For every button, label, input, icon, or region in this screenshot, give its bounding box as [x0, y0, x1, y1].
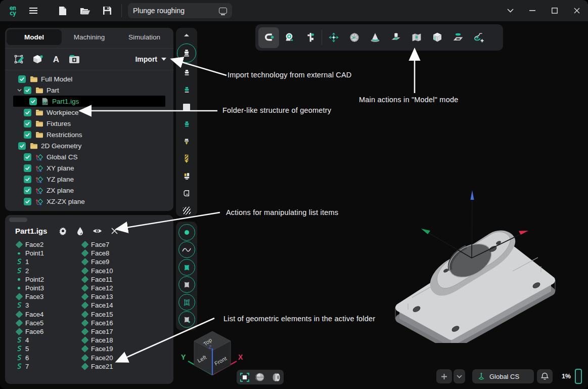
geometry-list-item[interactable]: Face5 — [15, 319, 78, 327]
add-folder-icon[interactable] — [67, 53, 82, 66]
geometry-list-item[interactable]: Point2 — [15, 275, 78, 284]
geometry-list-item[interactable]: Face13 — [81, 292, 167, 301]
geometry-list-item[interactable]: Face16 — [81, 319, 167, 327]
surface-copy-icon[interactable] — [178, 276, 195, 293]
checkbox[interactable] — [24, 87, 31, 94]
countersink-tool-icon[interactable] — [176, 133, 197, 150]
geometry-list-item[interactable]: 2 — [15, 267, 78, 275]
measure-tape-icon[interactable] — [279, 27, 300, 48]
add-text-icon[interactable]: A — [49, 53, 64, 66]
maximize-button[interactable] — [544, 0, 566, 21]
tool-holder-teal-icon[interactable] — [176, 81, 197, 99]
checkbox[interactable] — [24, 131, 31, 139]
tool-display-icon[interactable] — [270, 372, 282, 383]
checkbox[interactable] — [18, 75, 26, 83]
geometry-list-item[interactable]: 1 — [15, 257, 78, 266]
minimize-button[interactable] — [521, 0, 544, 21]
collapse-chevron-icon[interactable] — [499, 0, 521, 21]
geometry-list-item[interactable]: Face11 — [81, 275, 167, 284]
color-droplet-icon[interactable] — [74, 225, 85, 236]
tree-row[interactable]: Part — [13, 84, 165, 96]
blank-square-icon[interactable] — [176, 99, 197, 116]
geometry-list-item[interactable]: Face6 — [15, 327, 78, 336]
unfold-map-icon[interactable] — [406, 27, 427, 48]
tree-row[interactable]: Full Model — [13, 73, 165, 84]
tree-row[interactable]: YZ plane — [13, 174, 165, 185]
extrude-body-icon[interactable] — [385, 27, 406, 48]
notifications-bell-button[interactable] — [537, 369, 553, 383]
scroll-up-icon[interactable] — [176, 28, 197, 42]
tree-row[interactable]: Global CS — [13, 151, 165, 162]
operation-name-field[interactable]: Plunge roughing — [128, 3, 232, 18]
checkbox[interactable] — [24, 120, 31, 127]
part-3d-model[interactable] — [384, 186, 576, 343]
tab-simulation[interactable]: Simulation — [117, 29, 172, 45]
open-file-icon[interactable] — [76, 3, 94, 19]
geometry-list-item[interactable]: 6 — [15, 353, 78, 362]
import-dropdown[interactable]: Import — [135, 55, 166, 63]
app-logo-icon[interactable]: ency — [5, 4, 20, 18]
tab-machining[interactable]: Machining — [62, 29, 117, 45]
caliper-icon[interactable] — [300, 27, 321, 48]
add-solid-icon[interactable] — [30, 53, 46, 66]
geometry-list-item[interactable]: Face19 — [81, 344, 167, 353]
machine-tool-active-icon[interactable] — [176, 42, 197, 64]
create-point-icon[interactable] — [178, 224, 195, 241]
add-operation-button[interactable] — [436, 369, 452, 383]
shaded-view-icon[interactable] — [254, 372, 266, 383]
geometry-list-item[interactable]: Face18 — [81, 336, 167, 344]
tree-row[interactable]: XZ-ZX plane — [13, 196, 165, 207]
tool-holder-teal-2-icon[interactable] — [176, 116, 197, 133]
surface-point-icon[interactable] — [178, 311, 195, 328]
tree-row[interactable]: Restrictions — [13, 129, 165, 140]
checkbox[interactable] — [18, 142, 26, 150]
geometry-list-item[interactable]: Face10 — [81, 267, 167, 275]
geometry-list-item[interactable]: Face17 — [81, 327, 167, 336]
visibility-eye-icon[interactable] — [92, 225, 103, 236]
cs-selector-button[interactable]: Global CS — [472, 369, 534, 383]
view-cube[interactable]: Z Top Left Front Y X — [178, 326, 245, 388]
close-icon[interactable] — [109, 225, 120, 236]
panel-drag-handle[interactable] — [9, 218, 27, 222]
hole-fill-icon[interactable] — [447, 27, 468, 48]
hatch-material-icon[interactable] — [176, 202, 197, 219]
chevron-down-icon[interactable] — [17, 88, 22, 93]
settings-gear-icon[interactable] — [57, 225, 68, 236]
checkbox[interactable] — [24, 153, 31, 161]
tree-row[interactable]: XY plane — [13, 162, 165, 174]
geometry-list-item[interactable]: Face8 — [81, 249, 167, 257]
tool-holder-icon[interactable] — [176, 64, 197, 81]
tree-row[interactable]: ZX plane — [13, 185, 165, 196]
mesh-cube-icon[interactable] — [427, 27, 447, 48]
geometry-list-item[interactable]: Point1 — [15, 249, 78, 257]
geometry-list-item[interactable]: 4 — [15, 336, 78, 344]
orient-sphere-icon[interactable] — [344, 27, 365, 48]
checkbox[interactable] — [24, 176, 31, 183]
checkbox[interactable] — [24, 164, 31, 172]
geometry-list-item[interactable]: 5 — [15, 344, 78, 353]
hamburger-menu-icon[interactable] — [24, 3, 42, 19]
tree-row[interactable]: Fixtures — [13, 118, 165, 129]
surface-grid-icon[interactable] — [178, 294, 195, 311]
geometry-list-item[interactable]: 3 — [15, 301, 78, 310]
fit-view-icon[interactable] — [239, 372, 251, 383]
insert-tool-icon[interactable] — [176, 185, 197, 202]
geometry-list-item[interactable]: 7 — [15, 362, 78, 371]
close-button[interactable] — [566, 0, 588, 21]
screen-mode-icon[interactable] — [219, 8, 227, 14]
move-arrows-icon[interactable] — [323, 27, 344, 48]
checkbox[interactable] — [24, 187, 31, 194]
geometry-list-item[interactable]: Face15 — [81, 310, 167, 319]
drill-tool-icon[interactable] — [176, 150, 197, 167]
create-surface-icon[interactable] — [178, 259, 195, 276]
tree-row[interactable]: Workpiece — [13, 107, 165, 118]
geometry-list-item[interactable]: Face2 — [15, 240, 78, 249]
geometry-list-item[interactable]: Face20 — [81, 353, 167, 362]
geometry-list-item[interactable]: Face12 — [81, 284, 167, 292]
checkbox[interactable] — [29, 98, 37, 105]
geometry-list-item[interactable]: Face7 — [81, 240, 167, 249]
checkbox[interactable] — [24, 109, 31, 116]
new-file-icon[interactable] — [54, 3, 72, 19]
geometry-list-item[interactable]: Face9 — [81, 257, 167, 266]
tree-row[interactable]: 2D Geometry — [13, 140, 165, 151]
